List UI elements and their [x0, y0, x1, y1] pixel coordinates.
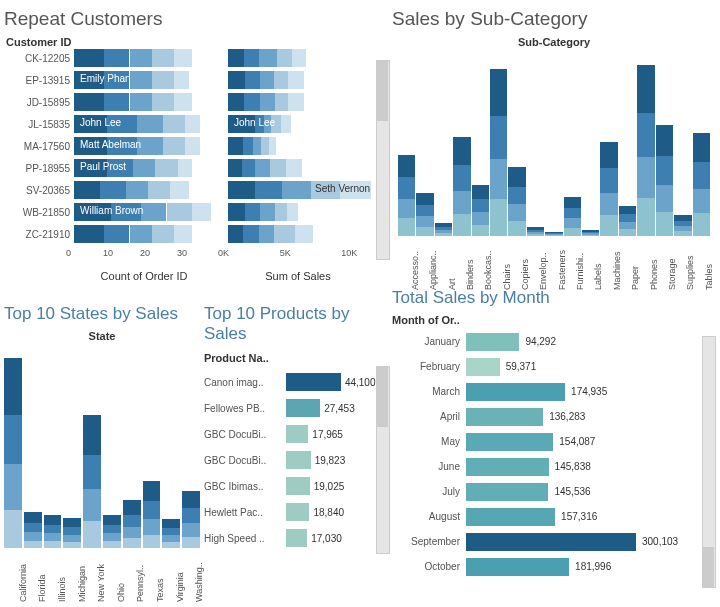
top10-products-panel: Top 10 Products by Sales Product Na.. Ca… — [204, 300, 390, 602]
bar[interactable] — [44, 348, 62, 548]
bar[interactable] — [490, 56, 507, 236]
monthly-panel: Total Sales by Month Month of Or.. Janua… — [392, 284, 716, 604]
table-row[interactable]: April136,283 — [392, 405, 716, 428]
table-row[interactable]: May154,087 — [392, 430, 716, 453]
bar[interactable] — [564, 56, 581, 236]
bar[interactable] — [472, 56, 489, 236]
sales-axis: 0K5K10K — [224, 248, 372, 260]
repeat-title: Repeat Customers — [4, 8, 390, 30]
table-row[interactable]: August157,316 — [392, 505, 716, 528]
top10-states-panel: Top 10 States by Sales State CaliforniaF… — [4, 300, 200, 602]
bar[interactable] — [637, 56, 654, 236]
count-axis-title: Count of Order ID — [70, 270, 218, 282]
table-row[interactable]: Canon imag..44,100 — [204, 370, 390, 394]
table-row[interactable]: September300,103 — [392, 530, 716, 553]
table-row[interactable]: GBC DocuBi..17,965 — [204, 422, 390, 446]
monthly-subtitle: Month of Or.. — [392, 314, 716, 326]
top10s-title: Top 10 States by Sales — [4, 304, 200, 324]
bar[interactable] — [416, 56, 433, 236]
monthly-scrollbar[interactable] — [702, 336, 716, 588]
table-row[interactable]: GBC Ibimas..19,025 — [204, 474, 390, 498]
table-row[interactable]: January94,292 — [392, 330, 716, 353]
table-row[interactable]: Hewlett Pac..18,840 — [204, 500, 390, 524]
bar[interactable] — [398, 56, 415, 236]
subcat-subtitle: Sub-Category — [392, 36, 716, 48]
subcategory-panel: Sales by Sub-Category Sub-Category Acces… — [392, 4, 716, 282]
table-row[interactable]: JL-15835John LeeJohn Lee — [4, 114, 390, 134]
bar[interactable] — [63, 348, 81, 548]
subcat-chart[interactable] — [398, 56, 710, 236]
table-row[interactable]: February59,371 — [392, 355, 716, 378]
table-row[interactable]: JD-15895 — [4, 92, 390, 112]
table-row[interactable]: WB-21850William Brown — [4, 202, 390, 222]
table-row[interactable]: Fellowes PB..27,453 — [204, 396, 390, 420]
table-row[interactable]: June145,838 — [392, 455, 716, 478]
top10p-title: Top 10 Products by Sales — [204, 304, 390, 344]
sales-axis-title: Sum of Sales — [224, 270, 372, 282]
table-row[interactable]: SV-20365Seth Vernon — [4, 180, 390, 200]
table-row[interactable]: GBC DocuBi..19,823 — [204, 448, 390, 472]
top10p-scrollbar[interactable] — [376, 366, 390, 554]
bar[interactable] — [24, 348, 42, 548]
bar[interactable] — [435, 56, 452, 236]
top10p-subtitle: Product Na.. — [204, 352, 390, 364]
bar[interactable] — [123, 348, 141, 548]
repeat-customers-panel: Repeat Customers Customer ID CK-12205EP-… — [4, 4, 390, 294]
bar[interactable] — [527, 56, 544, 236]
bar[interactable] — [453, 56, 470, 236]
monthly-title: Total Sales by Month — [392, 288, 716, 308]
table-row[interactable]: MA-17560Matt Abelman — [4, 136, 390, 156]
table-row[interactable]: March174,935 — [392, 380, 716, 403]
bar[interactable] — [162, 348, 180, 548]
table-row[interactable]: PP-18955Paul Prost — [4, 158, 390, 178]
table-row[interactable]: High Speed ..17,030 — [204, 526, 390, 550]
dashboard: Repeat Customers Customer ID CK-12205EP-… — [0, 0, 720, 607]
bar[interactable] — [582, 56, 599, 236]
bar[interactable] — [600, 56, 617, 236]
table-row[interactable]: ZC-21910 — [4, 224, 390, 244]
bar[interactable] — [143, 348, 161, 548]
customer-id-header: Customer ID — [6, 36, 390, 48]
bar[interactable] — [674, 56, 691, 236]
repeat-rows: CK-12205EP-13915Emily PhanJD-15895JL-158… — [4, 48, 390, 244]
top10s-xlabels: CaliforniaFloridaIllinoisMichiganNew Yor… — [4, 550, 200, 606]
subcat-title: Sales by Sub-Category — [392, 8, 716, 30]
monthly-rows: January94,292February59,371March174,935A… — [392, 330, 716, 578]
repeat-scrollbar[interactable] — [376, 60, 390, 260]
top10s-chart[interactable] — [4, 348, 200, 548]
bar[interactable] — [545, 56, 562, 236]
top10p-rows: Canon imag..44,100Fellowes PB..27,453GBC… — [204, 370, 390, 550]
count-axis: 0102030 — [70, 248, 218, 260]
bar[interactable] — [693, 56, 710, 236]
bar[interactable] — [4, 348, 22, 548]
top10s-subtitle: State — [4, 330, 200, 342]
bar[interactable] — [83, 348, 101, 548]
table-row[interactable]: October181,996 — [392, 555, 716, 578]
bar[interactable] — [508, 56, 525, 236]
table-row[interactable]: July145,536 — [392, 480, 716, 503]
bar[interactable] — [619, 56, 636, 236]
table-row[interactable]: CK-12205 — [4, 48, 390, 68]
bar[interactable] — [656, 56, 673, 236]
table-row[interactable]: EP-13915Emily Phan — [4, 70, 390, 90]
bar[interactable] — [182, 348, 200, 548]
bar[interactable] — [103, 348, 121, 548]
